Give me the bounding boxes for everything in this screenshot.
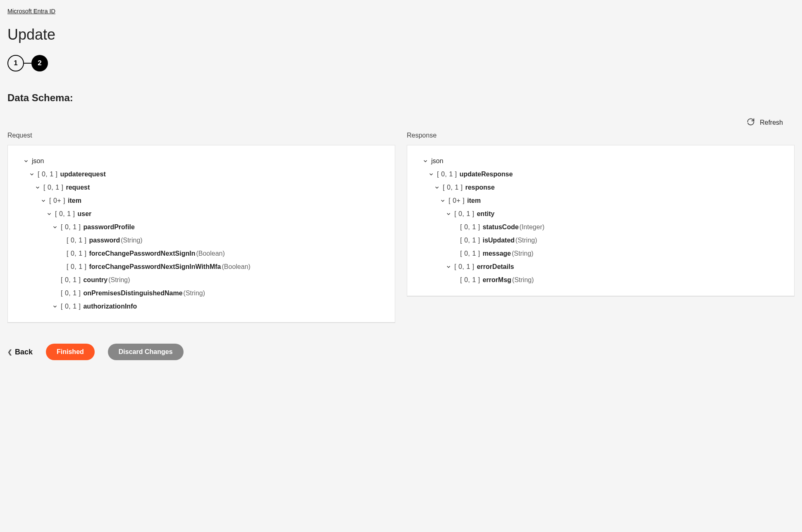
cardinality: [ 0, 1 ] [61,290,81,297]
chevron-down-icon [445,211,452,217]
chevron-down-icon [34,185,41,190]
node-name: entity [477,210,494,218]
cardinality: [ 0, 1 ] [460,250,480,257]
tree-row-root[interactable]: json [23,154,385,168]
chevron-down-icon [422,158,429,164]
node-name: onPremisesDistinguishedName [83,290,182,297]
node-label: json [32,157,44,165]
refresh-label: Refresh [760,119,783,126]
response-label: Response [407,132,795,139]
node-type: (Integer) [520,223,544,231]
page-title: Update [7,26,795,43]
tree-row[interactable]: [ 0+ ] item [422,194,784,207]
cardinality: [ 0, 1 ] [43,184,63,191]
cardinality: [ 0, 1 ] [454,210,474,218]
refresh-icon [747,118,755,128]
cardinality: [ 0, 1 ] [437,171,457,178]
tree-row[interactable]: [ 0, 1 ] request [23,181,385,194]
node-label: json [431,157,443,165]
tree-row[interactable]: [ 0, 1 ] statusCode (Integer) [422,221,784,234]
cardinality: [ 0, 1 ] [460,223,480,231]
node-name: statusCode [482,223,518,231]
chevron-down-icon [23,158,29,164]
node-name: updaterequest [60,171,105,178]
request-label: Request [7,132,395,139]
node-type: (Boolean) [222,263,250,271]
cardinality: [ 0, 1 ] [61,303,81,310]
node-name: passwordProfile [83,223,134,231]
cardinality: [ 0, 1 ] [61,276,81,284]
node-name: country [83,276,107,284]
tree-row[interactable]: [ 0, 1 ] errorDetails [422,260,784,273]
tree-row[interactable]: [ 0, 1 ] onPremisesDistinguishedName (St… [23,287,385,300]
chevron-down-icon [439,198,446,204]
tree-row[interactable]: [ 0, 1 ] forceChangePasswordNextSignIn (… [23,247,385,260]
node-name: forceChangePasswordNextSignIn [89,250,195,257]
step-1[interactable]: 1 [7,55,24,71]
tree-row[interactable]: [ 0, 1 ] entity [422,207,784,221]
refresh-button[interactable]: Refresh [747,118,783,128]
tree-row[interactable]: [ 0, 1 ] passwordProfile [23,221,385,234]
tree-row[interactable]: [ 0, 1 ] errorMsg (String) [422,273,784,287]
tree-row[interactable]: [ 0, 1 ] response [422,181,784,194]
section-heading: Data Schema: [7,92,795,104]
node-type: (Boolean) [196,250,224,257]
response-panel: json [ 0, 1 ] updateResponse [ 0, 1 ] re… [407,145,795,297]
cardinality: [ 0, 1 ] [443,184,463,191]
node-name: authorizationInfo [83,303,137,310]
tree-row[interactable]: [ 0, 1 ] updaterequest [23,168,385,181]
cardinality: [ 0, 1 ] [67,250,86,257]
cardinality: [ 0, 1 ] [67,237,86,244]
tree-row[interactable]: [ 0, 1 ] updateResponse [422,168,784,181]
cardinality: [ 0, 1 ] [55,210,75,218]
node-name: password [89,237,120,244]
cardinality: [ 0, 1 ] [61,223,81,231]
node-name: updateResponse [459,171,513,178]
back-label: Back [15,348,33,356]
tree-row[interactable]: [ 0, 1 ] message (String) [422,247,784,260]
node-type: (String) [184,290,205,297]
finished-button[interactable]: Finished [46,344,95,360]
node-type: (String) [512,276,534,284]
step-2[interactable]: 2 [31,55,48,71]
node-name: errorMsg [482,276,511,284]
breadcrumb-link[interactable]: Microsoft Entra ID [7,8,55,14]
node-name: message [482,250,511,257]
tree-row-root[interactable]: json [422,154,784,168]
node-name: request [66,184,90,191]
tree-row[interactable]: [ 0+ ] item [23,194,385,207]
tree-row[interactable]: [ 0, 1 ] user [23,207,385,221]
tree-row[interactable]: [ 0, 1 ] authorizationInfo [23,300,385,313]
tree-row[interactable]: [ 0, 1 ] isUpdated (String) [422,234,784,247]
cardinality: [ 0+ ] [49,197,65,204]
chevron-down-icon [52,304,58,309]
node-type: (String) [512,250,533,257]
chevron-down-icon [52,224,58,230]
tree-row[interactable]: [ 0, 1 ] forceChangePasswordNextSignInWi… [23,260,385,273]
tree-row[interactable]: [ 0, 1 ] country (String) [23,273,385,287]
cardinality: [ 0, 1 ] [460,237,480,244]
chevron-down-icon [445,264,452,270]
step-connector [24,63,31,64]
cardinality: [ 0+ ] [449,197,465,204]
node-type: (String) [516,237,537,244]
chevron-down-icon [46,211,53,217]
cardinality: [ 0, 1 ] [454,263,474,271]
tree-row[interactable]: [ 0, 1 ] password (String) [23,234,385,247]
node-name: response [465,184,494,191]
chevron-down-icon [40,198,47,204]
stepper: 1 2 [7,55,795,71]
node-name: item [467,197,481,204]
cardinality: [ 0, 1 ] [460,276,480,284]
chevron-down-icon [434,185,440,190]
chevron-left-icon: ❮ [7,349,12,355]
discard-changes-button[interactable]: Discard Changes [108,344,184,360]
node-type: (String) [108,276,130,284]
node-name: user [77,210,91,218]
back-button[interactable]: ❮ Back [7,348,33,356]
node-name: forceChangePasswordNextSignInWithMfa [89,263,221,271]
node-type: (String) [121,237,142,244]
cardinality: [ 0, 1 ] [67,263,86,271]
cardinality: [ 0, 1 ] [38,171,57,178]
node-name: isUpdated [482,237,514,244]
